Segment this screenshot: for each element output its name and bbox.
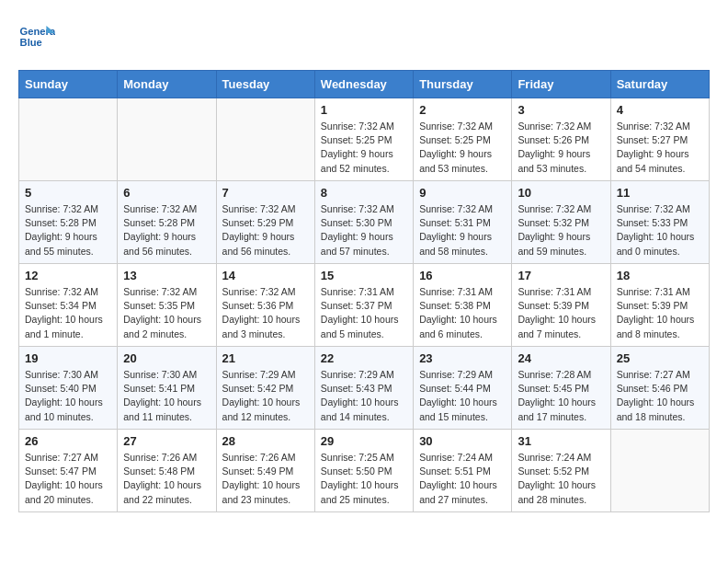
day-info: Sunrise: 7:32 AM Sunset: 5:29 PM Dayligh… bbox=[222, 202, 309, 259]
calendar-cell: 7Sunrise: 7:32 AM Sunset: 5:29 PM Daylig… bbox=[216, 181, 314, 264]
calendar-cell: 11Sunrise: 7:32 AM Sunset: 5:33 PM Dayli… bbox=[610, 181, 709, 264]
day-number: 29 bbox=[321, 434, 407, 448]
weekday-header-cell: Thursday bbox=[414, 71, 512, 98]
weekday-header-cell: Tuesday bbox=[216, 71, 314, 98]
calendar-week-row: 5Sunrise: 7:32 AM Sunset: 5:28 PM Daylig… bbox=[19, 181, 710, 264]
day-number: 25 bbox=[617, 351, 703, 365]
day-number: 7 bbox=[222, 186, 309, 200]
weekday-header-cell: Friday bbox=[512, 71, 610, 98]
day-number: 15 bbox=[321, 269, 407, 282]
calendar-week-row: 1Sunrise: 7:32 AM Sunset: 5:25 PM Daylig… bbox=[19, 98, 710, 181]
calendar-cell: 3Sunrise: 7:32 AM Sunset: 5:26 PM Daylig… bbox=[512, 98, 610, 181]
day-number: 20 bbox=[123, 351, 210, 365]
day-number: 12 bbox=[25, 269, 111, 282]
calendar-cell: 13Sunrise: 7:32 AM Sunset: 5:35 PM Dayli… bbox=[118, 264, 216, 347]
day-info: Sunrise: 7:32 AM Sunset: 5:28 PM Dayligh… bbox=[25, 202, 111, 259]
calendar-cell bbox=[118, 98, 216, 181]
day-info: Sunrise: 7:29 AM Sunset: 5:44 PM Dayligh… bbox=[419, 368, 506, 424]
calendar-cell: 14Sunrise: 7:32 AM Sunset: 5:36 PM Dayli… bbox=[216, 264, 314, 347]
calendar-week-row: 26Sunrise: 7:27 AM Sunset: 5:47 PM Dayli… bbox=[19, 430, 710, 512]
calendar-cell: 15Sunrise: 7:31 AM Sunset: 5:37 PM Dayli… bbox=[314, 264, 413, 347]
calendar-cell bbox=[19, 98, 118, 181]
day-info: Sunrise: 7:31 AM Sunset: 5:38 PM Dayligh… bbox=[419, 285, 506, 341]
calendar-cell: 2Sunrise: 7:32 AM Sunset: 5:25 PM Daylig… bbox=[414, 98, 512, 181]
calendar-cell: 22Sunrise: 7:29 AM Sunset: 5:43 PM Dayli… bbox=[314, 347, 413, 430]
day-number: 11 bbox=[617, 186, 703, 200]
day-number: 26 bbox=[25, 434, 111, 448]
day-number: 9 bbox=[419, 186, 506, 200]
calendar-week-row: 19Sunrise: 7:30 AM Sunset: 5:40 PM Dayli… bbox=[19, 347, 710, 430]
calendar-body: 1Sunrise: 7:32 AM Sunset: 5:25 PM Daylig… bbox=[19, 98, 710, 512]
day-info: Sunrise: 7:32 AM Sunset: 5:26 PM Dayligh… bbox=[518, 120, 604, 176]
day-info: Sunrise: 7:31 AM Sunset: 5:39 PM Dayligh… bbox=[617, 285, 703, 341]
day-info: Sunrise: 7:32 AM Sunset: 5:27 PM Dayligh… bbox=[617, 120, 703, 176]
day-info: Sunrise: 7:32 AM Sunset: 5:33 PM Dayligh… bbox=[617, 202, 703, 259]
day-number: 18 bbox=[617, 269, 703, 282]
calendar-cell: 12Sunrise: 7:32 AM Sunset: 5:34 PM Dayli… bbox=[19, 264, 118, 347]
calendar-cell: 1Sunrise: 7:32 AM Sunset: 5:25 PM Daylig… bbox=[314, 98, 413, 181]
day-info: Sunrise: 7:30 AM Sunset: 5:41 PM Dayligh… bbox=[123, 368, 210, 424]
weekday-header-cell: Monday bbox=[118, 71, 216, 98]
day-info: Sunrise: 7:32 AM Sunset: 5:35 PM Dayligh… bbox=[123, 285, 210, 341]
calendar-cell: 21Sunrise: 7:29 AM Sunset: 5:42 PM Dayli… bbox=[216, 347, 314, 430]
calendar-cell: 10Sunrise: 7:32 AM Sunset: 5:32 PM Dayli… bbox=[512, 181, 610, 264]
calendar-cell: 26Sunrise: 7:27 AM Sunset: 5:47 PM Dayli… bbox=[19, 430, 118, 512]
weekday-header-row: SundayMondayTuesdayWednesdayThursdayFrid… bbox=[19, 71, 710, 98]
calendar-cell: 20Sunrise: 7:30 AM Sunset: 5:41 PM Dayli… bbox=[118, 347, 216, 430]
day-info: Sunrise: 7:28 AM Sunset: 5:45 PM Dayligh… bbox=[518, 368, 604, 424]
day-info: Sunrise: 7:32 AM Sunset: 5:31 PM Dayligh… bbox=[419, 202, 506, 259]
day-info: Sunrise: 7:29 AM Sunset: 5:42 PM Dayligh… bbox=[222, 368, 309, 424]
day-number: 22 bbox=[321, 351, 407, 365]
day-number: 24 bbox=[518, 351, 604, 365]
day-info: Sunrise: 7:27 AM Sunset: 5:47 PM Dayligh… bbox=[25, 451, 111, 507]
weekday-header-cell: Sunday bbox=[19, 71, 118, 98]
day-number: 6 bbox=[123, 186, 210, 200]
calendar-cell: 4Sunrise: 7:32 AM Sunset: 5:27 PM Daylig… bbox=[610, 98, 709, 181]
day-info: Sunrise: 7:31 AM Sunset: 5:37 PM Dayligh… bbox=[321, 285, 407, 341]
day-info: Sunrise: 7:24 AM Sunset: 5:51 PM Dayligh… bbox=[419, 451, 506, 507]
logo-icon: General Blue bbox=[18, 18, 55, 55]
day-info: Sunrise: 7:32 AM Sunset: 5:25 PM Dayligh… bbox=[419, 120, 506, 176]
day-info: Sunrise: 7:32 AM Sunset: 5:36 PM Dayligh… bbox=[222, 285, 309, 341]
calendar-cell: 19Sunrise: 7:30 AM Sunset: 5:40 PM Dayli… bbox=[19, 347, 118, 430]
calendar-header: SundayMondayTuesdayWednesdayThursdayFrid… bbox=[19, 71, 710, 98]
day-number: 8 bbox=[321, 186, 407, 200]
day-number: 21 bbox=[222, 351, 309, 365]
day-number: 13 bbox=[123, 269, 210, 282]
day-number: 10 bbox=[518, 186, 604, 200]
weekday-header-cell: Saturday bbox=[610, 71, 709, 98]
day-number: 28 bbox=[222, 434, 309, 448]
calendar-cell bbox=[216, 98, 314, 181]
calendar-cell: 5Sunrise: 7:32 AM Sunset: 5:28 PM Daylig… bbox=[19, 181, 118, 264]
calendar-cell: 29Sunrise: 7:25 AM Sunset: 5:50 PM Dayli… bbox=[314, 430, 413, 512]
day-info: Sunrise: 7:31 AM Sunset: 5:39 PM Dayligh… bbox=[518, 285, 604, 341]
weekday-header-cell: Wednesday bbox=[314, 71, 413, 98]
calendar-cell: 30Sunrise: 7:24 AM Sunset: 5:51 PM Dayli… bbox=[414, 430, 512, 512]
calendar-cell: 23Sunrise: 7:29 AM Sunset: 5:44 PM Dayli… bbox=[414, 347, 512, 430]
day-info: Sunrise: 7:26 AM Sunset: 5:48 PM Dayligh… bbox=[123, 451, 210, 507]
calendar-cell: 18Sunrise: 7:31 AM Sunset: 5:39 PM Dayli… bbox=[610, 264, 709, 347]
day-number: 16 bbox=[419, 269, 506, 282]
day-number: 1 bbox=[321, 103, 407, 117]
header: General Blue bbox=[18, 18, 710, 55]
day-info: Sunrise: 7:32 AM Sunset: 5:28 PM Dayligh… bbox=[123, 202, 210, 259]
calendar-cell: 31Sunrise: 7:24 AM Sunset: 5:52 PM Dayli… bbox=[512, 430, 610, 512]
day-number: 17 bbox=[518, 269, 604, 282]
day-number: 27 bbox=[123, 434, 210, 448]
day-number: 14 bbox=[222, 269, 309, 282]
day-info: Sunrise: 7:27 AM Sunset: 5:46 PM Dayligh… bbox=[617, 368, 703, 424]
day-info: Sunrise: 7:26 AM Sunset: 5:49 PM Dayligh… bbox=[222, 451, 309, 507]
day-info: Sunrise: 7:32 AM Sunset: 5:25 PM Dayligh… bbox=[321, 120, 407, 176]
calendar-cell: 17Sunrise: 7:31 AM Sunset: 5:39 PM Dayli… bbox=[512, 264, 610, 347]
day-number: 2 bbox=[419, 103, 506, 117]
calendar-cell: 8Sunrise: 7:32 AM Sunset: 5:30 PM Daylig… bbox=[314, 181, 413, 264]
day-info: Sunrise: 7:32 AM Sunset: 5:32 PM Dayligh… bbox=[518, 202, 604, 259]
day-number: 30 bbox=[419, 434, 506, 448]
day-info: Sunrise: 7:24 AM Sunset: 5:52 PM Dayligh… bbox=[518, 451, 604, 507]
calendar-cell: 25Sunrise: 7:27 AM Sunset: 5:46 PM Dayli… bbox=[610, 347, 709, 430]
calendar-cell: 9Sunrise: 7:32 AM Sunset: 5:31 PM Daylig… bbox=[414, 181, 512, 264]
calendar-cell: 28Sunrise: 7:26 AM Sunset: 5:49 PM Dayli… bbox=[216, 430, 314, 512]
calendar-cell bbox=[610, 430, 709, 512]
calendar-table: SundayMondayTuesdayWednesdayThursdayFrid… bbox=[18, 70, 710, 512]
day-info: Sunrise: 7:32 AM Sunset: 5:30 PM Dayligh… bbox=[321, 202, 407, 259]
